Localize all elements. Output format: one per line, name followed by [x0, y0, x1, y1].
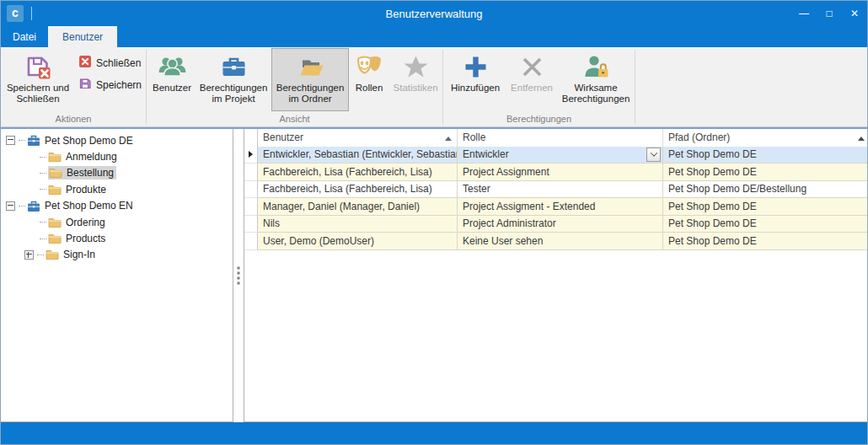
cell-rolle[interactable]: Tester	[458, 181, 663, 199]
project-briefcase-icon	[27, 134, 40, 147]
tree-item-label: Products	[66, 233, 105, 244]
tree-item-sign-in[interactable]: Sign-In	[1, 247, 233, 263]
cell-rolle[interactable]: Project Assigment - Extended	[458, 198, 663, 216]
cell-benutzer[interactable]: Fachbereich, Lisa (Fachbereich, Lisa)	[258, 164, 458, 181]
collapse-toggle-icon[interactable]	[6, 136, 15, 145]
current-row-arrow-icon	[249, 151, 253, 158]
title-bar: c Benutzerverwaltung — □ ✕	[1, 1, 867, 26]
cell-rolle-editor[interactable]: Entwickler	[458, 147, 663, 164]
permissions-grid: Benutzer Rolle Pfad (Ordner) Entwickler,…	[244, 129, 868, 250]
close-button[interactable]: ✕	[842, 1, 867, 26]
tab-benutzer[interactable]: Benutzer	[48, 26, 117, 47]
benutzer-view-button[interactable]: Benutzer	[148, 48, 196, 111]
tree-item-pet-shop-demo-en[interactable]: Pet Shop Demo EN	[1, 198, 233, 214]
cell-pfad[interactable]: Pet Shop Demo DE	[663, 164, 868, 181]
tree-item-produkte[interactable]: Produkte	[1, 181, 233, 197]
app-window: c Benutzerverwaltung — □ ✕ Datei Benutze…	[0, 0, 868, 445]
tree-item-label: Sign-In	[63, 249, 95, 260]
window-title: Benutzerverwaltung	[1, 8, 867, 20]
user-lock-icon	[582, 51, 610, 83]
titlebar-divider	[31, 7, 32, 20]
row-indicator-cell	[244, 164, 258, 181]
star-icon	[402, 51, 430, 83]
ribbon-group-ansicht: Benutzer Berechtigungen im Projekt	[147, 47, 442, 126]
sort-asc-icon	[445, 137, 452, 141]
save-and-close-icon	[24, 51, 52, 83]
ribbon-group-divider	[635, 50, 635, 125]
speichern-und-schliessen-button[interactable]: Speichern und Schließen	[3, 48, 73, 111]
project-briefcase-icon	[27, 200, 40, 212]
selected-tree-item: Bestellung	[48, 166, 116, 180]
sort-asc-icon	[858, 137, 865, 141]
tree-connector	[40, 189, 46, 190]
tree-item-label: Anmeldung	[66, 151, 117, 163]
cell-rolle[interactable]: Project Assignment	[458, 164, 663, 181]
ribbon-group-aktionen: Speichern und Schließen Schließen	[1, 47, 146, 126]
ribbon-tab-bar: Datei Benutzer	[1, 26, 867, 47]
tree-connector	[40, 222, 46, 222]
cell-pfad[interactable]: Pet Shop Demo DE	[663, 147, 868, 164]
group-label-ansicht: Ansicht	[147, 114, 442, 126]
tree-connector	[40, 239, 46, 239]
wirksame-berechtigungen-button[interactable]: Wirksame Berechtigungen	[558, 48, 634, 111]
panel-splitter[interactable]	[233, 129, 244, 422]
expand-toggle-icon[interactable]	[24, 250, 34, 260]
tree-item-label: Ordering	[66, 217, 105, 228]
hinzufuegen-button[interactable]: Hinzufügen	[445, 48, 506, 111]
cell-rolle[interactable]: Project Administrator	[458, 216, 663, 233]
berechtigungen-im-projekt-button[interactable]: Berechtigungen im Projekt	[196, 48, 271, 111]
row-indicator-cell	[244, 198, 258, 216]
tree-item-products[interactable]: Products	[1, 230, 233, 246]
cell-pfad[interactable]: Pet Shop Demo DE	[663, 216, 868, 233]
tree-item-pet-shop-demo-de[interactable]: Pet Shop Demo DE	[1, 132, 233, 148]
briefcase-icon	[220, 51, 248, 83]
ribbon: Speichern und Schließen Schließen	[1, 47, 867, 127]
open-folder-icon	[297, 51, 324, 83]
permissions-grid-panel: Benutzer Rolle Pfad (Ordner) Entwickler,…	[244, 129, 868, 422]
tree-item-label: Pet Shop Demo DE	[45, 135, 133, 147]
folder-icon	[46, 249, 59, 260]
tree-connector	[40, 157, 46, 158]
cell-rolle[interactable]: Keine User sehen	[458, 233, 663, 250]
cell-pfad[interactable]: Pet Shop Demo DE	[663, 198, 868, 216]
close-red-icon	[78, 55, 92, 71]
cell-benutzer[interactable]: User, Demo (DemoUser)	[258, 233, 458, 250]
x-mark-icon	[518, 51, 546, 83]
cell-pfad[interactable]: Pet Shop Demo DE	[663, 233, 868, 250]
tree-item-bestellung[interactable]: Bestellung	[1, 165, 233, 181]
cell-pfad[interactable]: Pet Shop Demo DE/Bestellung	[663, 181, 868, 199]
berechtigungen-im-ordner-button[interactable]: Berechtigungen im Ordner	[271, 48, 349, 111]
tree-item-label: Bestellung	[67, 167, 114, 179]
tree-connector	[37, 255, 44, 255]
tree-item-label: Pet Shop Demo EN	[45, 200, 133, 212]
folder-icon	[48, 184, 62, 196]
statistiken-button: Statistiken	[389, 48, 442, 111]
tree-item-anmeldung[interactable]: Anmeldung	[1, 148, 233, 164]
entfernen-button: Entfernen	[506, 48, 558, 111]
minimize-button[interactable]: —	[791, 1, 817, 26]
folder-icon	[48, 233, 62, 244]
plus-icon	[462, 51, 490, 83]
tree-item-ordering[interactable]: Ordering	[1, 214, 233, 230]
role-dropdown-button[interactable]	[646, 147, 661, 162]
maximize-button[interactable]: □	[817, 1, 842, 26]
tab-datei[interactable]: Datei	[1, 26, 48, 47]
group-label-berechtigungen: Berechtigungen	[443, 114, 635, 126]
rollen-button[interactable]: Rollen	[349, 48, 389, 111]
cell-benutzer[interactable]: Entwickler, Sebastian (Entwickler, Sebas…	[258, 147, 458, 164]
cell-benutzer[interactable]: Nils	[258, 216, 458, 233]
splitter-grip-icon	[238, 267, 240, 285]
schliessen-button[interactable]: Schließen	[78, 55, 142, 71]
cell-benutzer[interactable]: Manager, Daniel (Manager, Daniel)	[258, 198, 458, 216]
group-label-aktionen: Aktionen	[1, 114, 146, 126]
folder-tree: Pet Shop Demo DE Anmeldung Bestellung	[1, 129, 233, 422]
row-indicator-cell	[244, 233, 258, 250]
cell-benutzer[interactable]: Fachbereich, Lisa (Fachbereich, Lisa)	[258, 181, 458, 199]
window-controls: — □ ✕	[791, 1, 867, 26]
aktionen-small-buttons: Schließen Speichern	[73, 48, 145, 93]
tree-connector	[19, 140, 25, 141]
app-icon[interactable]: c	[7, 5, 24, 22]
status-bar	[1, 422, 867, 444]
collapse-toggle-icon[interactable]	[6, 201, 15, 211]
speichern-button[interactable]: Speichern	[78, 77, 142, 93]
